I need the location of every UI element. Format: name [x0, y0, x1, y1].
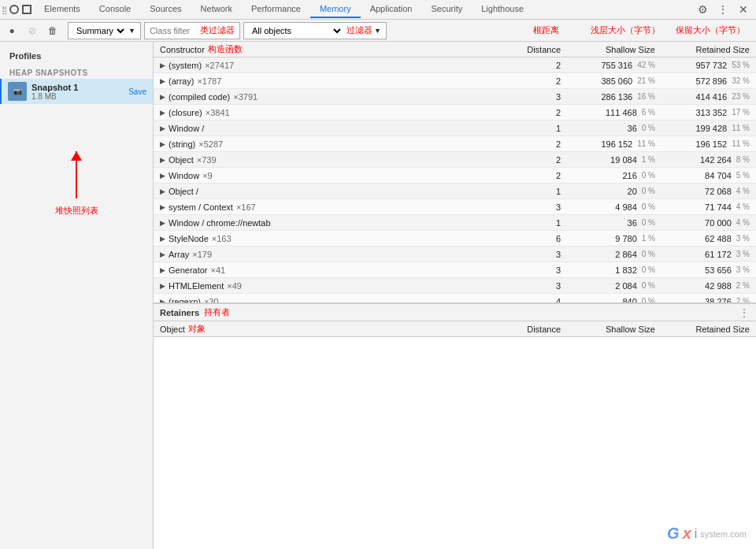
summary-dropdown[interactable]: Summary ▼	[68, 22, 141, 39]
table-row[interactable]: ▶ Object ×739 2 19 084 1 % 142 264 8 %	[154, 152, 756, 168]
objects-dropdown-arrow-icon: ▼	[374, 27, 381, 35]
more-options-icon[interactable]: ⋮	[713, 0, 732, 19]
watermark-x: x	[683, 525, 691, 543]
all-objects-select[interactable]: All objects	[249, 25, 343, 36]
distance-cell: 3	[504, 262, 567, 277]
stop-button[interactable]: ⊘	[24, 22, 41, 39]
class-filter-input[interactable]	[150, 26, 197, 35]
tab-network[interactable]: Network	[191, 1, 242, 18]
constructor-count: ×163	[212, 234, 232, 243]
devtools-circle-icon[interactable]	[9, 5, 19, 14]
tab-lighthouse[interactable]: Lighthouse	[472, 1, 533, 18]
close-devtools-icon[interactable]: ✕	[734, 0, 753, 19]
retained-percent: 3 %	[736, 250, 750, 258]
retained-percent: 17 %	[732, 108, 750, 117]
retainers-menu-icon[interactable]: ⋮	[739, 306, 750, 319]
table-row[interactable]: ▶ Window / 1 36 0 % 199 428 11 %	[154, 121, 756, 136]
tab-application[interactable]: Application	[361, 1, 422, 18]
table-row[interactable]: ▶ (array) ×1787 2 385 060 21 % 572 896 3…	[154, 73, 756, 89]
table-row[interactable]: ▶ Generator ×41 3 1 832 0 % 53 656 3 %	[154, 262, 756, 278]
shallow-cell: 2 084 0 %	[567, 278, 662, 293]
expand-icon[interactable]: ▶	[160, 156, 165, 164]
shallow-cell: 19 084 1 %	[567, 152, 662, 167]
dropdown-arrow-icon: ▼	[128, 27, 135, 35]
distance-value: 4	[556, 297, 561, 303]
shallow-percent: 0 %	[642, 281, 655, 290]
constructor-name: (string)	[169, 139, 195, 149]
expand-icon[interactable]: ▶	[160, 124, 165, 132]
expand-icon[interactable]: ▶	[160, 266, 165, 274]
shallow-percent: 11 %	[637, 139, 655, 148]
memory-toolbar: ● ⊘ 🗑 Summary ▼ 类过滤器 All objects 过滤器 ▼ 根…	[0, 20, 756, 42]
snapshot-info: Snapshot 1 1.8 MB	[32, 83, 128, 101]
sidebar: Profiles HEAP SNAPSHOTS 📷 Snapshot 1 1.8…	[0, 42, 154, 549]
shallow-value: 111 468	[606, 108, 637, 117]
expand-icon[interactable]: ▶	[160, 219, 165, 227]
devtools-square-icon[interactable]	[22, 5, 32, 14]
snapshot-save-link[interactable]: Save	[128, 87, 146, 96]
retained-percent: 23 %	[732, 92, 750, 101]
retained-value: 72 068	[705, 187, 732, 196]
distance-value: 6	[556, 234, 561, 243]
tab-console[interactable]: Console	[90, 1, 140, 18]
constructor-name: Window / chrome://newtab	[169, 218, 271, 228]
class-filter-box: 类过滤器	[144, 22, 240, 39]
retained-cell: 313 352 17 %	[662, 105, 756, 120]
summary-select[interactable]: Summary	[73, 25, 127, 36]
expand-icon[interactable]: ▶	[160, 250, 165, 258]
shallow-value: 840	[622, 297, 636, 303]
table-row[interactable]: ▶ StyleNode ×163 6 9 780 1 % 62 488 3 %	[154, 231, 756, 247]
tab-security[interactable]: Security	[421, 1, 472, 18]
expand-icon[interactable]: ▶	[160, 282, 165, 290]
table-row[interactable]: ▶ Array ×179 3 2 864 0 % 61 172 3 %	[154, 247, 756, 262]
table-row[interactable]: ▶ Window / chrome://newtab 1 36 0 % 70 0…	[154, 215, 756, 231]
constructor-cell: ▶ system / Context ×167	[154, 199, 504, 214]
clear-button[interactable]: 🗑	[44, 22, 61, 39]
retained-percent: 4 %	[736, 187, 750, 195]
retainers-section: Retainers 持有者 ⋮ Object 对象 Distance Shall…	[154, 302, 756, 549]
table-row[interactable]: ▶ (string) ×5287 2 196 152 11 % 196 152 …	[154, 136, 756, 152]
tab-performance[interactable]: Performance	[242, 1, 310, 18]
expand-icon[interactable]: ▶	[160, 203, 165, 211]
retainers-object-col: Object 对象	[154, 321, 504, 336]
distance-value: 2	[556, 108, 561, 117]
expand-icon[interactable]: ▶	[160, 172, 165, 180]
record-button[interactable]: ●	[3, 22, 20, 39]
expand-icon[interactable]: ▶	[160, 61, 165, 69]
constructor-count: ×179	[192, 250, 212, 259]
retained-cell: 957 732 53 %	[662, 57, 756, 72]
tab-memory[interactable]: Memory	[310, 1, 361, 18]
expand-icon[interactable]: ▶	[160, 93, 165, 101]
table-row[interactable]: ▶ (system) ×27417 2 755 316 42 % 957 732…	[154, 57, 756, 73]
expand-icon[interactable]: ▶	[160, 109, 165, 117]
shallow-cell: 36 0 %	[567, 215, 662, 230]
heap-snapshots-label: HEAP SNAPSHOTS	[0, 64, 153, 79]
table-row[interactable]: ▶ Window ×9 2 216 0 % 84 704 5 %	[154, 168, 756, 184]
expand-icon[interactable]: ▶	[160, 235, 165, 243]
constructor-name: (closure)	[169, 108, 202, 117]
distance-value: 2	[556, 139, 561, 149]
table-row[interactable]: ▶ system / Context ×167 3 4 984 0 % 71 7…	[154, 199, 756, 215]
shallow-value: 2 864	[615, 250, 637, 259]
expand-icon[interactable]: ▶	[160, 140, 165, 148]
table-row[interactable]: ▶ (compiled code) ×3791 3 286 136 16 % 4…	[154, 89, 756, 105]
retained-cell: 61 172 3 %	[662, 247, 756, 262]
table-row[interactable]: ▶ HTMLElement ×49 3 2 084 0 % 42 988 2 %	[154, 278, 756, 294]
snapshot-item[interactable]: 📷 Snapshot 1 1.8 MB Save	[0, 79, 153, 104]
table-row[interactable]: ▶ Object / 1 20 0 % 72 068 4 %	[154, 184, 756, 199]
all-objects-dropdown[interactable]: All objects 过滤器 ▼	[243, 22, 387, 39]
tab-elements[interactable]: Elements	[35, 1, 90, 18]
tab-sources[interactable]: Sources	[140, 1, 191, 18]
distance-value: 2	[556, 155, 561, 165]
expand-icon[interactable]: ▶	[160, 77, 165, 85]
retained-value: 414 416	[695, 92, 727, 102]
settings-icon[interactable]: ⚙	[693, 0, 712, 19]
distance-value: 3	[556, 202, 561, 212]
shallow-percent: 0 %	[642, 297, 655, 302]
content-area: Constructor 构造函数 Distance Shallow Size R…	[154, 42, 756, 549]
table-row[interactable]: ▶ (regexp) ×30 4 840 0 % 38 276 2 %	[154, 294, 756, 302]
annotation-label: 堆快照列表	[55, 205, 98, 217]
expand-icon[interactable]: ▶	[160, 187, 165, 195]
shallow-cell: 36 0 %	[567, 121, 662, 135]
table-row[interactable]: ▶ (closure) ×3841 2 111 468 6 % 313 352 …	[154, 105, 756, 121]
